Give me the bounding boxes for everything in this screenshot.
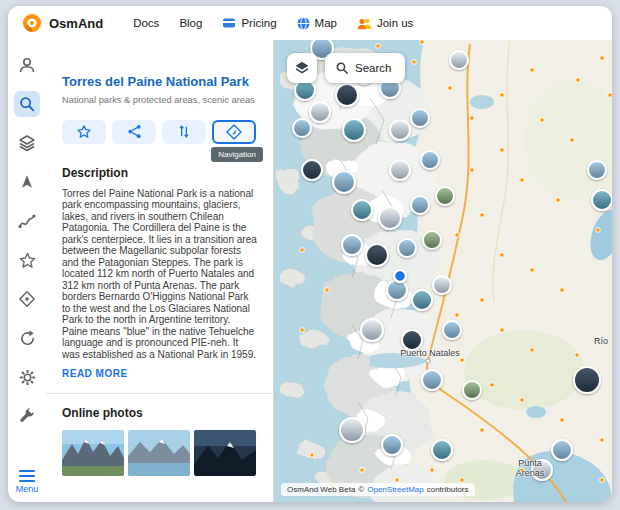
photo-marker[interactable]	[463, 381, 481, 399]
photo-marker[interactable]	[302, 160, 322, 180]
poi-dot[interactable]	[376, 44, 381, 49]
map-canvas[interactable]	[274, 40, 612, 502]
poi-dot[interactable]	[470, 168, 475, 173]
photo-marker[interactable]	[411, 109, 429, 127]
photo-marker[interactable]	[421, 151, 439, 169]
poi-dot[interactable]	[520, 398, 525, 403]
poi-dot[interactable]	[455, 233, 460, 238]
photo-marker[interactable]	[295, 80, 315, 100]
photo-marker[interactable]	[411, 196, 429, 214]
poi-dot[interactable]	[596, 228, 601, 233]
poi-dot[interactable]	[395, 478, 400, 483]
photo-marker[interactable]	[443, 321, 461, 339]
poi-dot[interactable]	[600, 56, 605, 61]
photo-marker[interactable]	[366, 244, 388, 266]
photo-marker[interactable]	[310, 102, 330, 122]
sidebar-item-favorites[interactable]	[14, 247, 40, 273]
photo-marker[interactable]	[390, 120, 410, 140]
poi-dot[interactable]	[448, 86, 453, 91]
map-layers-button[interactable]	[287, 53, 317, 83]
poi-dot[interactable]	[560, 288, 565, 293]
poi-dot[interactable]	[520, 178, 525, 183]
poi-dot[interactable]	[576, 78, 581, 83]
selected-poi-marker[interactable]	[394, 270, 406, 282]
poi-dot[interactable]	[490, 383, 495, 388]
nav-blog[interactable]: Blog	[179, 17, 202, 29]
photo-marker[interactable]	[340, 418, 364, 442]
poi-dot[interactable]	[460, 478, 465, 483]
poi-dot[interactable]	[430, 468, 435, 473]
poi-dot[interactable]	[455, 313, 460, 318]
poi-dot[interactable]	[560, 418, 565, 423]
poi-dot[interactable]	[570, 138, 575, 143]
sidebar-item-tracks[interactable]	[14, 208, 40, 234]
online-photo-thumbnail[interactable]	[62, 430, 124, 476]
navigation-button[interactable]	[212, 120, 256, 144]
favorite-button[interactable]	[62, 120, 106, 144]
nav-join-us[interactable]: Join us	[357, 17, 413, 30]
nav-docs[interactable]: Docs	[133, 17, 159, 29]
photo-marker[interactable]	[532, 460, 552, 480]
photo-marker[interactable]	[342, 235, 362, 255]
photo-marker[interactable]	[390, 160, 410, 180]
poi-dot[interactable]	[500, 328, 505, 333]
poi-dot[interactable]	[600, 478, 605, 483]
photo-marker[interactable]	[422, 370, 442, 390]
photo-marker[interactable]	[343, 119, 365, 141]
sidebar-item-settings[interactable]	[14, 364, 40, 390]
poi-dot[interactable]	[556, 198, 561, 203]
photo-marker[interactable]	[588, 161, 606, 179]
poi-dot[interactable]	[530, 348, 535, 353]
poi-dot[interactable]	[540, 118, 545, 123]
photo-marker[interactable]	[592, 190, 612, 210]
photo-marker[interactable]	[450, 51, 468, 69]
poi-dot[interactable]	[360, 468, 365, 473]
poi-dot[interactable]	[500, 93, 505, 98]
photo-marker[interactable]	[412, 290, 432, 310]
sidebar-item-plan-route[interactable]	[14, 325, 40, 351]
sidebar-item-menu[interactable]: Menu	[16, 470, 39, 494]
sidebar-item-search[interactable]	[14, 91, 40, 117]
photo-marker[interactable]	[423, 231, 441, 249]
photo-marker[interactable]	[432, 440, 452, 460]
nav-pricing[interactable]: Pricing	[222, 17, 276, 29]
poi-dot[interactable]	[600, 438, 605, 443]
photo-marker[interactable]	[398, 239, 416, 257]
map-viewport[interactable]: Search Puerto Natales Punta Arenas Río O…	[274, 40, 612, 502]
photo-marker[interactable]	[352, 200, 372, 220]
poi-dot[interactable]	[420, 40, 425, 44]
photo-marker[interactable]	[552, 440, 572, 460]
photo-marker[interactable]	[402, 330, 422, 350]
photo-marker[interactable]	[387, 280, 407, 300]
photo-marker[interactable]	[336, 84, 358, 106]
poi-dot[interactable]	[300, 328, 305, 333]
poi-dot[interactable]	[325, 288, 330, 293]
distance-button[interactable]	[162, 120, 206, 144]
online-photo-thumbnail[interactable]	[128, 430, 190, 476]
online-photo-thumbnail[interactable]	[194, 430, 256, 476]
poi-dot[interactable]	[480, 428, 485, 433]
poi-dot[interactable]	[300, 248, 305, 253]
map-search-button[interactable]: Search	[325, 53, 405, 83]
poi-dot[interactable]	[480, 298, 485, 303]
sidebar-item-map-markers[interactable]	[14, 286, 40, 312]
sidebar-item-layers[interactable]	[14, 130, 40, 156]
poi-dot[interactable]	[500, 148, 505, 153]
poi-dot[interactable]	[608, 93, 612, 98]
photo-marker[interactable]	[433, 276, 451, 294]
photo-marker[interactable]	[293, 119, 311, 137]
photo-marker[interactable]	[379, 207, 401, 229]
poi-dot[interactable]	[500, 253, 505, 258]
poi-dot[interactable]	[520, 468, 525, 473]
poi-dot[interactable]	[310, 453, 315, 458]
sidebar-item-navigation[interactable]	[14, 169, 40, 195]
osmand-brand[interactable]: OsmAnd	[22, 13, 103, 33]
sidebar-item-profile[interactable]	[14, 52, 40, 78]
photo-marker[interactable]	[382, 435, 402, 455]
share-button[interactable]	[112, 120, 156, 144]
poi-dot[interactable]	[530, 68, 535, 73]
photo-marker[interactable]	[574, 367, 600, 393]
poi-dot[interactable]	[480, 213, 485, 218]
sidebar-item-tools[interactable]	[14, 403, 40, 429]
poi-dot[interactable]	[470, 116, 475, 121]
